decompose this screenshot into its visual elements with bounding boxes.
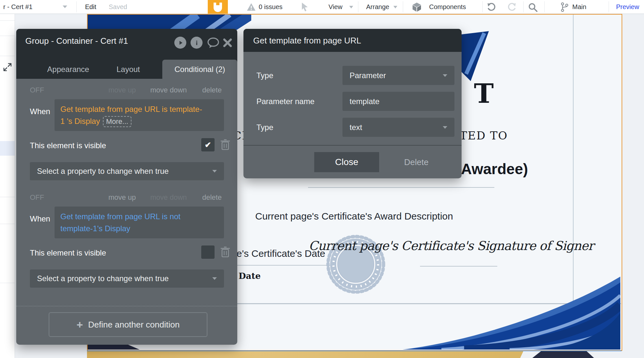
close-button[interactable]: Close <box>314 152 379 172</box>
popup-divider <box>243 145 462 146</box>
trash-icon[interactable] <box>220 139 230 152</box>
tree-row-divider <box>0 283 15 283</box>
tree-row-divider <box>0 224 15 224</box>
gold-band <box>87 351 509 358</box>
when-label: When <box>30 107 50 116</box>
popup-header[interactable]: Get template from page URL <box>243 29 462 52</box>
divider <box>358 1 358 12</box>
divider <box>76 1 77 12</box>
more-chip[interactable]: More... <box>103 116 131 127</box>
inner-frame-line <box>573 15 574 304</box>
property-editor-header[interactable]: Group - Container - Cert #1 Appearance L… <box>16 29 237 79</box>
define-condition-button[interactable]: + Define another condition <box>49 312 207 337</box>
info-icon[interactable] <box>191 37 203 49</box>
warning-icon <box>247 3 256 13</box>
chevron-down-icon[interactable] <box>349 6 353 8</box>
comment-icon[interactable] <box>207 37 220 50</box>
tree-row-divider <box>0 197 15 197</box>
when-label: When <box>30 214 50 223</box>
components-button[interactable]: Components <box>429 0 466 14</box>
separator <box>16 306 237 306</box>
tab-appearance[interactable]: Appearance <box>36 60 101 79</box>
condition-expression[interactable]: Get template from page URL is not templa… <box>55 207 224 238</box>
signature-text[interactable]: Current page's Certificate's Signature o… <box>331 239 571 253</box>
undo-icon[interactable] <box>487 3 496 13</box>
chevron-down-icon <box>443 126 447 129</box>
condition-expression[interactable]: Get template from page URL is template- … <box>55 99 224 131</box>
move-up-link[interactable]: move up <box>108 86 136 94</box>
divider <box>482 1 483 12</box>
search-icon[interactable] <box>528 3 538 14</box>
move-down-link[interactable]: move down <box>150 193 187 202</box>
visible-checkbox-checked[interactable]: ✔ <box>201 138 215 151</box>
tab-conditional[interactable]: Conditional (2) <box>162 60 237 79</box>
expression-text: Get template from page URL is template- <box>60 105 202 113</box>
tree-row-divider <box>0 56 15 56</box>
chevron-down-icon <box>443 74 447 77</box>
branch-selector-main[interactable]: Main <box>572 0 586 14</box>
condition-toggle[interactable]: OFF <box>30 193 44 202</box>
tree-row-divider <box>0 36 15 36</box>
delete-link[interactable]: delete <box>202 86 222 94</box>
property-editor: Group - Container - Cert #1 Appearance L… <box>16 29 237 345</box>
move-down-link[interactable]: move down <box>150 86 187 94</box>
tab-layout[interactable]: Layout <box>107 60 149 79</box>
divider <box>523 1 524 12</box>
ribbon-bottom-right[interactable] <box>402 274 620 350</box>
parameter-name-input[interactable]: template <box>342 92 454 111</box>
run-workflow-icon[interactable] <box>174 37 186 49</box>
navy-band-piece <box>532 351 594 358</box>
type-dropdown[interactable]: Parameter <box>342 66 454 85</box>
preview-link[interactable]: Preview <box>616 0 639 14</box>
edit-mode-button[interactable]: Edit <box>85 0 96 14</box>
cursor-tool-icon[interactable] <box>301 2 309 13</box>
visible-label: This element is visible <box>30 141 106 150</box>
divider <box>403 1 403 12</box>
checkmark-icon: ✔ <box>204 140 211 149</box>
components-icon <box>412 2 422 14</box>
chevron-down-icon <box>212 277 217 280</box>
trash-icon[interactable] <box>220 246 230 259</box>
plus-icon: + <box>77 319 83 330</box>
value-type-dropdown[interactable]: text <box>342 118 454 137</box>
visible-checkbox-unchecked[interactable] <box>201 245 215 259</box>
field-label: Parameter name <box>256 97 315 106</box>
ribbon-wedge[interactable] <box>462 31 489 81</box>
date-label[interactable]: Date <box>239 271 261 281</box>
award-description-text[interactable]: Current page's Certificate's Award Descr… <box>241 211 468 222</box>
chevron-down-icon[interactable] <box>63 6 67 8</box>
expand-icon[interactable] <box>3 62 12 73</box>
visible-label: This element is visible <box>30 248 106 257</box>
field-label: Type <box>256 123 273 132</box>
tree-row-selected[interactable] <box>0 141 15 156</box>
property-select-dropdown[interactable]: Select a property to change when true <box>30 269 224 288</box>
property-select-dropdown[interactable]: Select a property to change when true <box>30 162 224 180</box>
redo-icon[interactable] <box>507 3 516 13</box>
branch-icon <box>560 2 569 13</box>
issues-indicator[interactable]: 0 issues <box>259 0 282 14</box>
close-icon[interactable] <box>223 38 232 49</box>
editor-toolbar: r - Cert #1 Edit Saved 0 issues View Arr… <box>0 0 644 14</box>
view-menu[interactable]: View <box>328 0 342 14</box>
field-label: Type <box>256 71 273 80</box>
expression-text: 1 's Display <box>60 117 100 125</box>
property-editor-title: Group - Container - Cert #1 <box>25 36 128 46</box>
delete-button[interactable]: Delete <box>404 157 428 167</box>
awardee-underline <box>308 187 494 188</box>
divider <box>609 1 609 12</box>
certificate-heading-fragment[interactable]: T <box>474 78 494 109</box>
element-selector[interactable]: r - Cert #1 <box>3 0 32 14</box>
awardee-text[interactable]: (Awardee) <box>456 160 528 178</box>
arrange-menu[interactable]: Arrange <box>366 0 389 14</box>
tree-row-divider <box>0 20 15 21</box>
chevron-down-icon[interactable] <box>393 6 397 8</box>
condition-toggle[interactable]: OFF <box>30 86 44 94</box>
move-up-link[interactable]: move up <box>108 193 136 202</box>
delete-link[interactable]: delete <box>202 193 222 202</box>
bubble-logo[interactable] <box>208 0 228 14</box>
gold-band-end <box>509 351 532 358</box>
signature-line <box>420 266 497 267</box>
chevron-down-icon <box>212 170 217 173</box>
popup-title: Get template from page URL <box>253 36 361 46</box>
element-tree-strip[interactable] <box>0 14 15 358</box>
